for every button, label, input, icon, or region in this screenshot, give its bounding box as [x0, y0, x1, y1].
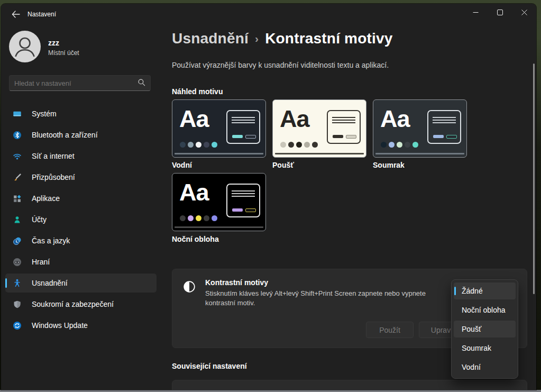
setting-title: Kontrastní motivy	[205, 278, 268, 287]
sidebar-item-time-language[interactable]: Čas a jazyk	[5, 231, 157, 250]
user-name: zzz	[48, 39, 59, 47]
search-input[interactable]	[14, 79, 137, 87]
theme-card-soumrak[interactable]: Aa	[373, 99, 467, 158]
contrast-theme-dropdown: Žádné Noční obloha Poušť Soumrak Vodní	[451, 279, 518, 379]
dropdown-item-nocni-obloha[interactable]: Noční obloha	[454, 302, 516, 318]
maximize-button[interactable]	[488, 4, 512, 21]
mini-button-outline	[446, 135, 457, 139]
theme-card-nocni-obloha[interactable]: Aa	[172, 173, 266, 231]
dot	[204, 142, 209, 148]
dropdown-item-label: Noční obloha	[462, 306, 506, 314]
mini-button-outline	[245, 208, 256, 212]
mini-window-preview	[427, 110, 461, 144]
dot	[280, 142, 286, 148]
mini-button-outline	[245, 135, 256, 139]
close-icon	[521, 8, 527, 17]
related-settings-card[interactable]	[172, 380, 527, 390]
sidebar-item-label: Bluetooth a zařízení	[32, 131, 98, 139]
theme-color-dots	[381, 142, 418, 148]
dot	[304, 142, 310, 148]
sidebar-item-label: Čas a jazyk	[32, 236, 70, 245]
vertical-scrollbar[interactable]	[533, 63, 535, 294]
setting-description: Stisknutím kláves levý Alt+levý Shift+Pr…	[205, 289, 455, 308]
clock-globe-icon	[13, 236, 22, 245]
dot	[288, 142, 294, 148]
search-box[interactable]	[9, 75, 151, 91]
sidebar-item-label: Systém	[32, 110, 57, 118]
sidebar-item-gaming[interactable]: Hraní	[5, 252, 157, 271]
dropdown-item-soumrak[interactable]: Soumrak	[454, 340, 516, 357]
sidebar-item-bluetooth[interactable]: Bluetooth a zařízení	[5, 125, 157, 144]
sidebar-item-label: Aplikace	[32, 194, 60, 203]
theme-label-poust: Poušť	[272, 161, 294, 169]
dropdown-item-zadne[interactable]: Žádné	[454, 282, 516, 299]
user-account-type: Místní účet	[48, 49, 79, 57]
theme-sample-text: Aa	[280, 107, 309, 131]
dropdown-item-label: Poušť	[462, 325, 481, 333]
dot	[412, 142, 418, 148]
theme-color-dots	[180, 142, 217, 148]
maximize-icon	[497, 8, 503, 17]
theme-label-nocni-obloha: Noční obloha	[172, 235, 219, 243]
bluetooth-icon	[13, 131, 22, 140]
minimize-icon	[473, 8, 479, 17]
settings-window: Nastavení zzz Místní účet	[1, 4, 536, 390]
search-icon	[137, 78, 145, 88]
page-subtitle: Používat výraznější barvy k usnadnění vi…	[172, 61, 389, 69]
accessibility-icon	[13, 279, 22, 288]
sidebar-item-label: Usnadnění	[32, 279, 68, 287]
dot	[188, 142, 194, 148]
sidebar-item-label: Soukromí a zabezpečení	[32, 300, 114, 308]
close-button[interactable]	[512, 4, 536, 21]
mini-taskbar	[175, 153, 263, 154]
sidebar-item-system[interactable]: Systém	[5, 104, 157, 123]
theme-card-vodni[interactable]: Aa	[172, 99, 266, 158]
sidebar-item-apps[interactable]: Aplikace	[5, 189, 157, 208]
mini-button-filled	[232, 208, 243, 212]
dot	[196, 215, 201, 221]
selected-indicator	[5, 278, 7, 288]
dot	[405, 142, 410, 148]
avatar	[9, 31, 41, 65]
back-arrow-icon	[12, 11, 20, 20]
back-button[interactable]	[8, 8, 24, 23]
sidebar-item-personalization[interactable]: Přizpůsobení	[5, 168, 157, 187]
mini-window-preview	[226, 110, 260, 144]
selected-indicator	[454, 287, 456, 295]
preview-heading: Náhled motivu	[172, 87, 223, 96]
minimize-button[interactable]	[463, 4, 488, 21]
breadcrumb-current: Kontrastní motivy	[265, 30, 392, 47]
mini-taskbar	[275, 153, 364, 154]
sidebar-item-network[interactable]: Síť a internet	[5, 147, 157, 166]
sidebar-item-windows-update[interactable]: Windows Update	[5, 316, 157, 335]
sidebar-item-accessibility[interactable]: Usnadnění	[5, 274, 157, 293]
dropdown-item-poust[interactable]: Poušť	[454, 321, 516, 338]
theme-card-poust[interactable]: Aa	[272, 99, 366, 158]
gamepad-icon	[13, 258, 22, 267]
dot	[212, 142, 217, 148]
dot	[389, 142, 395, 148]
mini-window-preview	[327, 110, 361, 144]
mini-window-preview	[226, 184, 260, 217]
page-title: Usnadnění›Kontrastní motivy	[172, 30, 393, 47]
sidebar-item-label: Hraní	[32, 258, 50, 266]
dropdown-item-label: Žádné	[462, 287, 483, 295]
theme-color-dots	[280, 142, 318, 148]
sidebar-item-accounts[interactable]: Účty	[5, 210, 157, 229]
desktop: Nastavení zzz Místní účet	[0, 0, 541, 392]
theme-sample-text: Aa	[179, 107, 209, 131]
dropdown-item-vodni[interactable]: Vodní	[454, 359, 516, 376]
dot	[296, 142, 302, 148]
window-title: Nastavení	[27, 11, 56, 18]
theme-color-dots	[180, 215, 217, 221]
apply-button[interactable]: Použít	[366, 322, 414, 338]
dot	[180, 215, 186, 221]
dot	[188, 215, 194, 221]
mini-button-outline	[346, 135, 356, 139]
breadcrumb-parent[interactable]: Usnadnění	[172, 30, 249, 47]
dropdown-item-label: Soumrak	[462, 344, 491, 352]
dot	[196, 142, 201, 148]
sidebar-item-privacy[interactable]: Soukromí a zabezpečení	[5, 295, 157, 314]
dot	[381, 142, 387, 148]
desktop-taskbar-edge	[0, 390, 541, 392]
